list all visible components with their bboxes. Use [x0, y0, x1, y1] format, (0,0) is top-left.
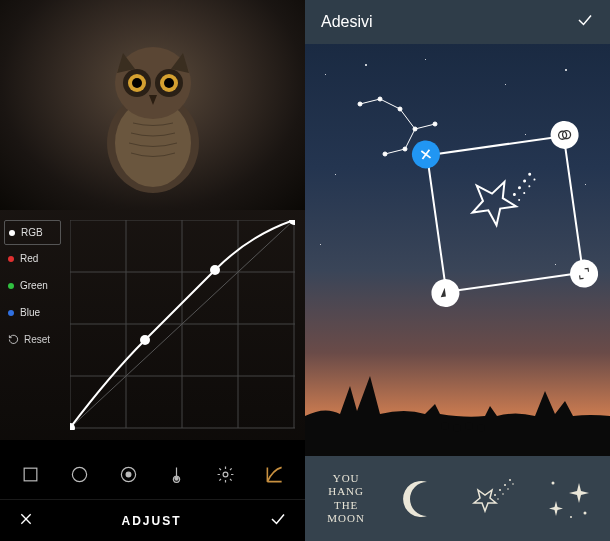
svg-point-58: [499, 489, 501, 491]
svg-point-59: [504, 484, 506, 486]
settings-tool[interactable]: [211, 459, 241, 489]
svg-line-34: [385, 149, 405, 154]
sparkles-icon: [541, 471, 596, 526]
curves-icon: [265, 465, 284, 484]
rgb-dot-icon: [9, 230, 15, 236]
channel-rgb-label: RGB: [21, 227, 43, 238]
svg-line-30: [360, 99, 380, 104]
svg-point-66: [584, 512, 587, 515]
channel-blue-label: Blue: [20, 307, 40, 318]
svg-line-31: [380, 99, 400, 109]
svg-point-63: [507, 488, 509, 490]
channel-blue[interactable]: Blue: [0, 299, 65, 326]
check-icon: [576, 11, 594, 29]
sticker-tray: YOU HANG THE MOON: [305, 456, 610, 541]
shooting-star-sticker: [426, 135, 584, 293]
check-icon: [269, 510, 287, 528]
svg-rect-24: [24, 468, 37, 481]
owl-illustration: [83, 33, 223, 193]
curve-grid[interactable]: [70, 220, 295, 430]
svg-point-53: [441, 422, 449, 430]
overlap-circles-icon: [556, 126, 574, 144]
adjust-panel: RGB Red Green Blue Reset: [0, 0, 305, 541]
svg-point-43: [513, 193, 516, 196]
resize-icon: [576, 266, 592, 282]
svg-point-50: [533, 178, 535, 180]
svg-point-55: [465, 422, 473, 430]
curves-tool[interactable]: [260, 459, 290, 489]
apply-button[interactable]: [576, 11, 594, 34]
vignette-tool[interactable]: [64, 459, 94, 489]
confirm-button[interactable]: [269, 510, 287, 531]
horizon-silhouette: [305, 356, 610, 456]
canvas[interactable]: [305, 44, 610, 456]
svg-point-49: [528, 185, 530, 187]
target-icon: [119, 465, 138, 484]
channel-rgb[interactable]: RGB: [4, 220, 61, 245]
crop-icon: [21, 465, 40, 484]
svg-point-29: [223, 472, 228, 477]
green-dot-icon: [8, 283, 14, 289]
sticker-sparkles[interactable]: [534, 464, 604, 534]
svg-point-8: [164, 78, 174, 88]
channel-green[interactable]: Green: [0, 272, 65, 299]
close-icon: [18, 511, 34, 527]
svg-line-32: [400, 109, 415, 129]
shooting-star-icon: [467, 471, 522, 526]
svg-point-67: [570, 516, 572, 518]
channel-green-label: Green: [20, 280, 48, 291]
sticker-you-hang-moon[interactable]: YOU HANG THE MOON: [311, 464, 381, 534]
svg-point-60: [509, 479, 511, 481]
svg-point-64: [512, 483, 514, 485]
svg-point-61: [497, 498, 499, 500]
svg-point-7: [132, 78, 142, 88]
reset-icon: [8, 334, 19, 345]
sticker-crescent-moon[interactable]: [385, 464, 455, 534]
svg-point-46: [528, 172, 531, 175]
svg-point-41: [383, 152, 387, 156]
svg-point-62: [502, 493, 504, 495]
mode-title: ADJUST: [121, 514, 181, 528]
curves-editor: RGB Red Green Blue Reset: [0, 210, 305, 440]
svg-point-40: [403, 147, 407, 151]
svg-point-65: [552, 482, 555, 485]
svg-point-27: [126, 472, 131, 477]
sticker-transform-box[interactable]: [426, 135, 584, 293]
bottom-bar: ADJUST: [0, 499, 305, 541]
flip-icon: [438, 285, 454, 301]
reset-button[interactable]: Reset: [0, 326, 65, 353]
adjust-toolbar: [0, 449, 305, 499]
svg-point-36: [358, 102, 362, 106]
svg-line-35: [415, 124, 435, 129]
svg-point-56: [477, 424, 485, 432]
channel-list: RGB Red Green Blue Reset: [0, 210, 65, 353]
moon-icon: [395, 474, 445, 524]
svg-point-48: [523, 192, 525, 194]
red-dot-icon: [8, 256, 14, 262]
focus-tool[interactable]: [113, 459, 143, 489]
svg-point-22: [210, 265, 220, 275]
hang-moon-text: YOU HANG THE MOON: [327, 472, 365, 525]
panel-title: Adesivi: [321, 13, 373, 31]
right-header: Adesivi: [305, 0, 610, 44]
cancel-button[interactable]: [18, 511, 34, 530]
svg-point-42: [433, 122, 437, 126]
svg-point-21: [140, 335, 150, 345]
svg-point-57: [494, 494, 496, 496]
channel-red-label: Red: [20, 253, 38, 264]
temperature-tool[interactable]: [162, 459, 192, 489]
thermometer-icon: [167, 465, 186, 484]
image-preview: [0, 0, 305, 210]
crop-tool[interactable]: [15, 459, 45, 489]
circle-icon: [70, 465, 89, 484]
svg-point-47: [518, 199, 520, 201]
svg-point-25: [72, 467, 86, 481]
sticker-shooting-star[interactable]: [460, 464, 530, 534]
gear-icon: [216, 465, 235, 484]
channel-red[interactable]: Red: [0, 245, 65, 272]
svg-point-45: [523, 179, 526, 182]
stickers-panel: Adesivi: [305, 0, 610, 541]
svg-point-28: [175, 476, 178, 479]
svg-point-39: [413, 127, 417, 131]
svg-point-38: [398, 107, 402, 111]
